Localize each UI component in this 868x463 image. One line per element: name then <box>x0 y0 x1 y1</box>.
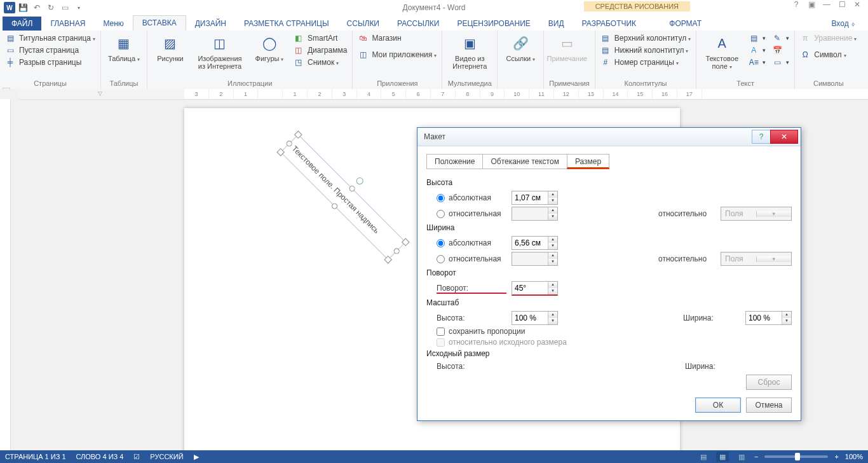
scale-width-input[interactable]: ▲▼ <box>745 311 792 325</box>
zoom-in-button[interactable]: + <box>834 453 838 460</box>
height-relative-radio[interactable]: относительная <box>437 209 506 218</box>
pictures-button[interactable]: ▨Рисунки <box>153 33 188 62</box>
vertical-ruler[interactable] <box>0 99 11 450</box>
tab-insert[interactable]: ВСТАВКА <box>133 15 186 31</box>
textbox-icon: A <box>712 33 732 53</box>
chart-button[interactable]: ◫Диаграмма <box>294 45 347 55</box>
tab-developer[interactable]: РАЗРАБОТЧИК <box>573 17 646 31</box>
blank-page-button[interactable]: ▭Пустая страница <box>5 45 95 55</box>
online-pictures-button[interactable]: ◫Изображения из Интернета <box>194 33 245 70</box>
width-margins-option: Поля <box>721 254 756 263</box>
links-button[interactable]: 🔗Ссылки <box>503 33 538 62</box>
orig-width-label: Ширина: <box>685 362 742 371</box>
proofing-icon[interactable]: ☑ <box>133 453 140 461</box>
chart-label: Диаграмма <box>308 46 347 55</box>
minimize-icon[interactable]: — <box>820 0 834 9</box>
smartart-button[interactable]: ◧SmartArt <box>294 33 347 43</box>
view-read-icon[interactable]: ▤ <box>697 452 710 462</box>
page-number-button[interactable]: #Номер страницы <box>600 57 691 67</box>
footer-button[interactable]: ▤Нижний колонтитул <box>600 45 691 55</box>
tab-design[interactable]: ДИЗАЙН <box>186 17 235 31</box>
reset-button[interactable]: Сброс <box>746 375 792 390</box>
undo-icon[interactable]: ↶ <box>31 1 43 14</box>
tab-home[interactable]: ГЛАВНАЯ <box>41 17 94 31</box>
tab-position[interactable]: Положение <box>426 154 483 169</box>
tab-file[interactable]: ФАЙЛ <box>3 17 41 31</box>
ribbon-options-icon[interactable]: ▣ <box>804 0 818 9</box>
store-button[interactable]: 🛍Магазин <box>358 33 437 43</box>
zoom-out-button[interactable]: − <box>754 453 758 460</box>
tab-mailings[interactable]: РАССЫЛКИ <box>388 17 448 31</box>
dialog-tabs: Положение Обтекание текстом Размер <box>426 154 792 169</box>
horizontal-ruler[interactable]: 321 1234567891011121314151617 ▽ <box>19 89 868 100</box>
orig-height-label: Высота: <box>437 362 506 371</box>
cancel-button[interactable]: Отмена <box>746 397 792 413</box>
ok-button[interactable]: ОК <box>695 397 741 413</box>
quickparts-button[interactable]: ▤▾ <box>749 33 766 43</box>
table-icon: ▦ <box>114 33 134 53</box>
help-icon[interactable]: ? <box>789 0 803 9</box>
symbol-button[interactable]: ΩСимвол <box>800 50 857 60</box>
selected-textbox[interactable]: Текстовое поле. Простая надпись <box>280 134 406 260</box>
zoom-level[interactable]: 100% <box>845 453 863 460</box>
dialog-help-button[interactable]: ? <box>752 130 771 144</box>
new-doc-icon[interactable]: ▭ <box>58 1 71 14</box>
scale-height-input[interactable]: ▲▼ <box>512 311 558 325</box>
tab-review[interactable]: РЕЦЕНЗИРОВАНИЕ <box>448 17 539 31</box>
my-apps-button[interactable]: ◫Мои приложения <box>358 50 437 60</box>
group-media: ▣Видео из Интернета Мультимедиа <box>442 31 498 89</box>
wordart-button[interactable]: A▾ <box>749 45 766 55</box>
dialog-close-button[interactable]: ✕ <box>770 130 798 144</box>
indent-marker-icon[interactable]: ▽ <box>98 90 102 97</box>
status-page[interactable]: СТРАНИЦА 1 ИЗ 1 <box>5 453 66 460</box>
height-absolute-input[interactable]: ▲▼ <box>512 191 558 205</box>
tab-menu[interactable]: Меню <box>94 17 132 31</box>
status-language[interactable]: РУССКИЙ <box>150 453 183 460</box>
close-icon[interactable]: ✕ <box>850 0 864 9</box>
qat-more-icon[interactable]: ▾ <box>72 1 85 14</box>
zoom-slider[interactable] <box>764 455 828 458</box>
tab-format[interactable]: ФОРМАТ <box>660 17 710 31</box>
rotation-handle-icon[interactable] <box>355 176 365 186</box>
tab-page-layout[interactable]: РАЗМЕТКА СТРАНИЦЫ <box>235 17 338 31</box>
maximize-icon[interactable]: ☐ <box>835 0 849 9</box>
equation-label: Уравнение <box>814 34 857 43</box>
width-absolute-radio[interactable]: абсолютная <box>437 238 506 247</box>
page-break-button[interactable]: ╪Разрыв страницы <box>5 57 95 67</box>
macro-icon[interactable]: ▶ <box>194 453 199 461</box>
save-icon[interactable]: 💾 <box>17 1 29 14</box>
cover-page-button[interactable]: ▤Титульная страница <box>5 33 95 43</box>
datetime-button[interactable]: 📅 <box>772 45 789 55</box>
comment-button[interactable]: ▭Примечание <box>549 33 585 62</box>
table-button[interactable]: ▦Таблица <box>106 33 142 62</box>
rotation-input[interactable]: ▲▼ <box>512 281 558 296</box>
object-button[interactable]: ▭▾ <box>772 57 789 67</box>
signature-icon: ✎ <box>772 33 782 43</box>
tab-view[interactable]: ВИД <box>539 17 573 31</box>
width-absolute-input[interactable]: ▲▼ <box>512 236 558 250</box>
width-relative-radio[interactable]: относительная <box>437 254 506 263</box>
redo-icon[interactable]: ↻ <box>44 1 57 14</box>
relative-original-checkbox[interactable]: относительно исходного размера <box>437 338 567 347</box>
dialog-titlebar[interactable]: Макет ? ✕ <box>417 128 801 146</box>
sigline-button[interactable]: ✎▾ <box>772 33 789 43</box>
dropcap-button[interactable]: A≡▾ <box>749 57 766 67</box>
comment-label: Примечание <box>546 55 587 62</box>
view-print-icon[interactable]: ▦ <box>716 452 729 462</box>
tab-text-wrapping[interactable]: Обтекание текстом <box>482 154 567 169</box>
my-apps-label: Мои приложения <box>372 50 437 59</box>
online-video-button[interactable]: ▣Видео из Интернета <box>447 33 492 70</box>
tab-size[interactable]: Размер <box>567 154 609 169</box>
tab-references[interactable]: ССЫЛКИ <box>338 17 388 31</box>
sign-in-link[interactable]: Вход ⬨ <box>823 17 865 31</box>
screenshot-button[interactable]: ◳Снимок <box>294 57 347 67</box>
height-relative-combo: Поля▼ <box>721 207 792 221</box>
equation-button[interactable]: πУравнение <box>800 33 857 43</box>
view-web-icon[interactable]: ▥ <box>735 452 748 462</box>
height-absolute-radio[interactable]: абсолютная <box>437 193 506 202</box>
shapes-button[interactable]: ◯Фигуры <box>252 33 287 62</box>
status-words[interactable]: СЛОВО 4 ИЗ 4 <box>76 453 124 460</box>
lock-aspect-checkbox[interactable]: сохранить пропорции <box>437 327 525 336</box>
textbox-button[interactable]: AТекстовое поле <box>702 33 742 70</box>
header-button[interactable]: ▤Верхний колонтитул <box>600 33 691 43</box>
